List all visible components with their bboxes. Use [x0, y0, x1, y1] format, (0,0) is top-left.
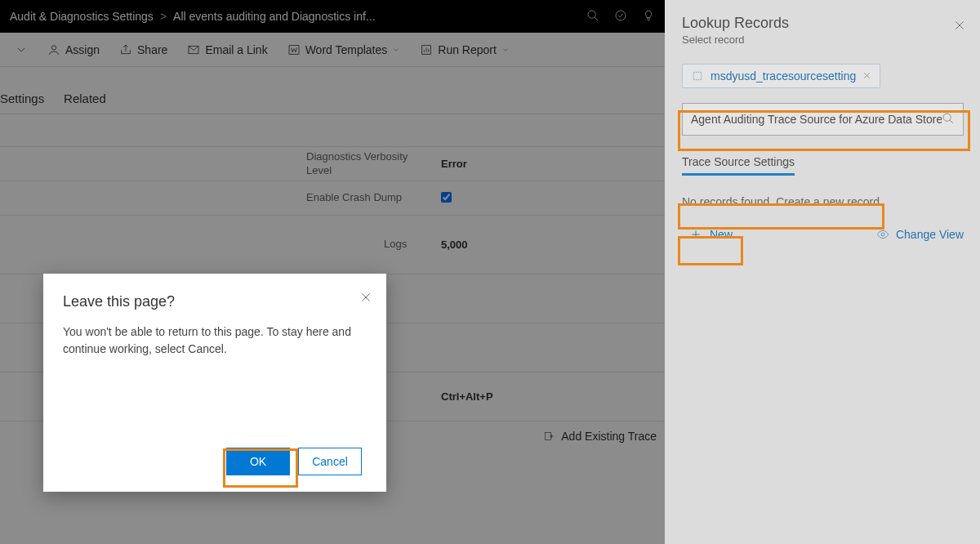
- lookup-subtitle: Select record: [682, 33, 964, 46]
- dialog-close-button[interactable]: [360, 292, 372, 305]
- lookup-search[interactable]: [682, 103, 964, 136]
- entity-pill[interactable]: msdyusd_tracesourcesetting: [682, 64, 880, 88]
- lookup-panel: Lookup Records Select record msdyusd_tra…: [665, 0, 980, 544]
- cancel-button[interactable]: Cancel: [298, 448, 362, 475]
- new-label: New: [710, 228, 733, 241]
- lookup-title: Lookup Records: [682, 15, 964, 32]
- new-record-button[interactable]: New: [682, 223, 741, 246]
- remove-pill-button[interactable]: [862, 69, 871, 82]
- eye-icon: [876, 228, 889, 241]
- search-icon[interactable]: [942, 112, 955, 127]
- ok-button[interactable]: OK: [226, 448, 290, 475]
- lookup-search-input[interactable]: [691, 113, 942, 126]
- entity-pill-label: msdyusd_tracesourcesetting: [710, 69, 856, 82]
- close-icon: [954, 20, 965, 31]
- change-view-label: Change View: [896, 228, 964, 241]
- plus-icon: [690, 229, 702, 240]
- close-icon: [360, 292, 372, 303]
- change-view-button[interactable]: Change View: [876, 228, 964, 241]
- dialog-body: You won't be able to return to this page…: [63, 323, 367, 358]
- lookup-section-tab[interactable]: Trace Source Settings: [682, 155, 795, 176]
- entity-icon: [691, 69, 704, 82]
- svg-point-24: [881, 233, 884, 236]
- leave-page-dialog: Leave this page? You won't be able to re…: [43, 274, 386, 492]
- svg-point-20: [943, 114, 951, 121]
- dialog-title: Leave this page?: [63, 293, 367, 310]
- no-records-message: No records found. Create a new record.: [682, 192, 964, 212]
- svg-rect-17: [693, 72, 701, 79]
- lookup-close-button[interactable]: [954, 20, 965, 33]
- svg-line-21: [950, 120, 953, 123]
